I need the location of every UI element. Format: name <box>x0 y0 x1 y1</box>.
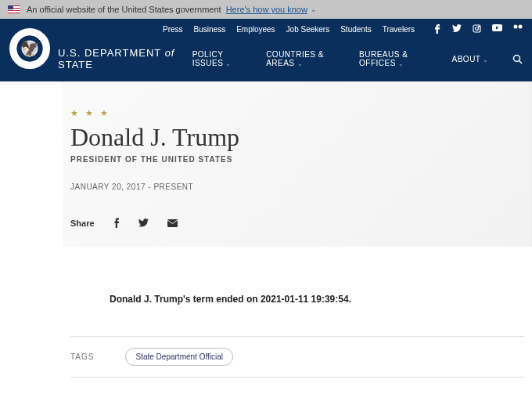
share-email-icon[interactable] <box>167 219 178 227</box>
svg-line-7 <box>519 60 522 63</box>
search-icon[interactable] <box>512 54 523 64</box>
chevron-down-icon: ⌄ <box>483 56 489 63</box>
tag-pill[interactable]: State Department Official <box>125 348 233 366</box>
gov-banner-text: An official website of the United States… <box>27 5 221 14</box>
chevron-down-icon: ⌄ <box>311 5 317 13</box>
body-text: Donald J. Trump's term ended on 2021-01-… <box>63 247 532 336</box>
nav-job-seekers[interactable]: Job Seekers <box>286 25 330 34</box>
stars-decoration: ★ ★ ★ <box>70 108 500 118</box>
state-dept-seal-icon[interactable] <box>9 28 50 69</box>
chevron-down-icon: ⌄ <box>225 60 232 67</box>
share-twitter-icon[interactable] <box>138 219 149 227</box>
us-flag-icon <box>8 5 20 13</box>
youtube-icon[interactable] <box>492 24 502 34</box>
chevron-down-icon: ⌄ <box>297 60 304 67</box>
nav-travelers[interactable]: Travelers <box>383 25 415 34</box>
svg-point-6 <box>513 55 519 61</box>
social-icons <box>433 24 523 34</box>
gov-banner-link[interactable]: Here's how you know <box>226 5 307 14</box>
main-nav: POLICY ISSUES⌄ COUNTRIES & AREAS⌄ BUREAU… <box>192 50 523 67</box>
nav-business[interactable]: Business <box>194 25 226 34</box>
tags-section: TAGS State Department Official <box>70 336 524 378</box>
gov-banner: An official website of the United States… <box>0 0 532 19</box>
share-facebook-icon[interactable] <box>113 218 120 228</box>
share-row: Share <box>70 218 500 228</box>
svg-point-5 <box>519 25 523 29</box>
share-label: Share <box>70 219 95 228</box>
chevron-down-icon: ⌄ <box>398 60 404 67</box>
dept-name[interactable]: U.S. DEPARTMENT of STATE <box>58 47 192 70</box>
facebook-icon[interactable] <box>433 24 441 34</box>
flickr-icon[interactable] <box>513 24 523 34</box>
nav-employees[interactable]: Employees <box>236 25 275 34</box>
content-wrap: ★ ★ ★ Donald J. Trump PRESIDENT OF THE U… <box>0 81 532 378</box>
nav-policy-issues[interactable]: POLICY ISSUES⌄ <box>192 50 250 67</box>
bio-title: PRESIDENT OF THE UNITED STATES <box>70 155 500 164</box>
twitter-icon[interactable] <box>452 24 462 34</box>
nav-countries-areas[interactable]: COUNTRIES & AREAS⌄ <box>266 50 343 67</box>
instagram-icon[interactable] <box>473 24 481 34</box>
tags-label: TAGS <box>70 352 94 361</box>
svg-point-1 <box>476 27 479 31</box>
utility-nav: Press Business Employees Job Seekers Stu… <box>0 19 532 39</box>
nav-students[interactable]: Students <box>340 25 371 34</box>
bio-header: ★ ★ ★ Donald J. Trump PRESIDENT OF THE U… <box>63 81 532 247</box>
term-dates: JANUARY 20, 2017 - PRESENT <box>70 182 500 191</box>
nav-about[interactable]: ABOUT⌄ <box>452 55 489 63</box>
svg-point-2 <box>479 26 480 27</box>
bio-name: Donald J. Trump <box>70 123 500 152</box>
nav-bureaus-offices[interactable]: BUREAUS & OFFICES⌄ <box>359 50 436 67</box>
main-header: U.S. DEPARTMENT of STATE POLICY ISSUES⌄ … <box>0 39 532 81</box>
nav-press[interactable]: Press <box>163 25 183 34</box>
svg-point-4 <box>514 25 518 29</box>
